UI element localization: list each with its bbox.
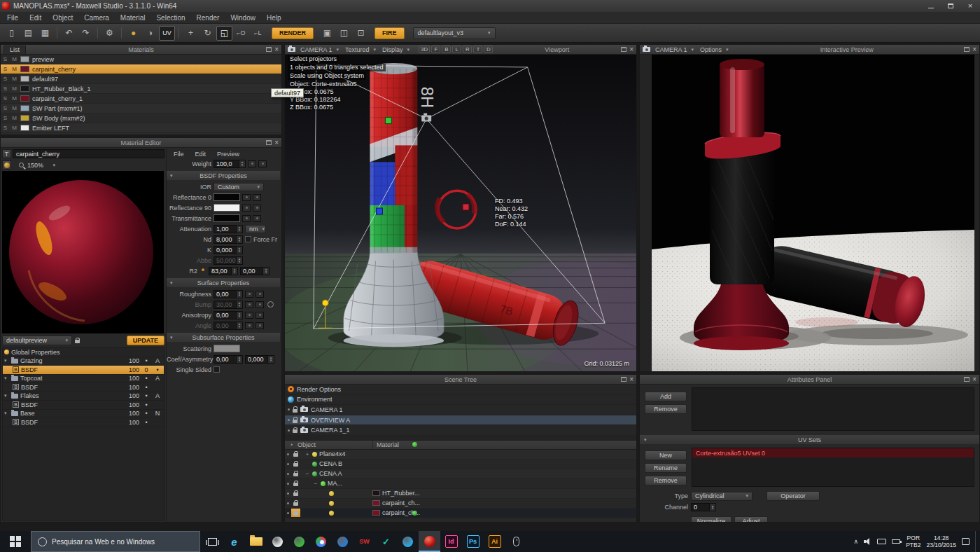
menu-help[interactable]: Help xyxy=(261,13,287,22)
layer-row[interactable]: BBSDF100• xyxy=(3,401,164,410)
material-item[interactable]: SMcarpaint_cherry_1 xyxy=(1,94,281,104)
single-sided-checkbox[interactable] xyxy=(214,366,220,373)
bsdf-section-header[interactable]: BSDF Properties xyxy=(167,171,280,180)
maximize-button[interactable] xyxy=(941,0,960,12)
tab-list[interactable]: List xyxy=(4,46,26,54)
surface-section-header[interactable]: Surface Properties xyxy=(167,278,280,287)
zoom-dropdown[interactable]: 150% xyxy=(27,162,55,169)
move-tool-icon[interactable]: + xyxy=(183,26,199,41)
layer-row[interactable]: ▾Grazing100•A xyxy=(3,357,164,366)
weight-input[interactable]: 100,0 xyxy=(214,160,239,167)
render-viewport-icon[interactable]: ⊡ xyxy=(353,26,369,41)
r2-link-icon[interactable]: * xyxy=(200,267,206,275)
skype-icon[interactable] xyxy=(397,531,419,552)
uv-editor-icon[interactable]: UV xyxy=(159,26,175,41)
scene-object-row[interactable]: −MA... xyxy=(285,479,636,489)
shading-mode-dropdown[interactable]: Textured xyxy=(344,46,377,53)
nd-stepper[interactable] xyxy=(236,236,242,243)
uv-sets-section-header[interactable]: UV Sets xyxy=(640,435,979,444)
blue-browser-icon[interactable] xyxy=(332,531,354,552)
taskbar-search[interactable]: Pesquisar na Web e no Windows xyxy=(31,531,200,552)
scene-object-row[interactable]: +Plane4x4 xyxy=(285,450,636,460)
attenuation-stepper[interactable] xyxy=(236,226,242,233)
normal-map-icon[interactable] xyxy=(267,301,274,308)
preview-options-dropdown[interactable]: Options xyxy=(699,46,730,53)
nd-input[interactable]: 8,000 xyxy=(214,236,236,243)
clock[interactable]: 14:28 23/10/2015 xyxy=(926,534,956,548)
mouse-settings-icon[interactable] xyxy=(505,531,527,552)
reflectance0-texture-icon[interactable] xyxy=(242,194,251,201)
view-button-3d[interactable]: 3D xyxy=(419,46,430,53)
pivot-local-icon[interactable]: ⌐L xyxy=(250,26,266,41)
material-column-header[interactable]: Material xyxy=(372,441,399,449)
asymmetry-stepper[interactable] xyxy=(267,356,274,363)
lock-icon[interactable] xyxy=(293,453,298,457)
r2-input2[interactable]: 0,00 xyxy=(241,268,262,275)
reflectance90-texture-icon[interactable] xyxy=(242,205,251,212)
roughness-input[interactable]: 0,00 xyxy=(214,291,236,298)
layer-row[interactable]: ▾Flakes100•A xyxy=(3,392,164,401)
expander-icon[interactable]: ▾ xyxy=(4,393,9,399)
expander-icon[interactable]: + xyxy=(304,451,310,457)
adjust-button[interactable]: Adjust xyxy=(734,516,768,523)
lock-icon[interactable] xyxy=(293,512,298,516)
collapse-all-icon[interactable]: ▪ xyxy=(289,441,295,448)
material-name-input[interactable]: carpaint_cherry xyxy=(13,149,164,158)
k-input[interactable]: 0,000 xyxy=(214,247,236,254)
open-scene-icon[interactable]: ▤ xyxy=(20,26,36,41)
scene-tree-item[interactable]: Environment xyxy=(285,395,636,406)
reflectance90-texture2-icon[interactable] xyxy=(253,205,261,212)
lock-icon[interactable] xyxy=(293,502,298,506)
coef-input[interactable]: 0,00 xyxy=(214,356,236,363)
k-stepper[interactable] xyxy=(236,247,242,254)
anisotropy-texture-icon[interactable] xyxy=(245,312,253,319)
angle-texture-icon[interactable] xyxy=(245,322,253,329)
illustrator-icon[interactable]: Ai xyxy=(484,531,505,552)
preview-ball-icon[interactable] xyxy=(2,160,11,170)
update-button[interactable]: UPDATE xyxy=(127,336,164,345)
language-indicator[interactable]: POR PTB2 xyxy=(906,534,920,548)
float-panel-icon[interactable] xyxy=(964,377,969,382)
hidden-icons-chevron[interactable]: ∧ xyxy=(854,538,859,545)
coef-stepper[interactable] xyxy=(236,356,242,363)
menu-file[interactable]: File xyxy=(1,13,24,22)
close-button[interactable] xyxy=(960,0,980,12)
new-scene-icon[interactable]: ▯ xyxy=(4,26,20,41)
lock-icon[interactable] xyxy=(293,473,298,476)
check-app-icon[interactable]: ✓ xyxy=(375,531,397,552)
float-panel-icon[interactable] xyxy=(621,377,626,382)
operator-button[interactable]: Operator xyxy=(766,491,820,501)
menu-material[interactable]: Material xyxy=(115,13,151,22)
lock-preview-icon[interactable] xyxy=(75,340,80,343)
menu-window[interactable]: Window xyxy=(225,13,261,22)
selection-handle-green[interactable] xyxy=(385,118,391,124)
material-item[interactable]: SMcarpaint_cherry xyxy=(1,64,281,74)
scene-tree-item[interactable]: OVERVIEW A xyxy=(285,415,636,426)
attenuation-input[interactable]: 1,00 xyxy=(214,226,236,233)
add-button[interactable]: Add xyxy=(645,392,687,401)
preferences-gear-icon[interactable]: ⚙ xyxy=(102,26,118,41)
anisotropy-texture2-icon[interactable] xyxy=(255,312,264,319)
close-panel-icon[interactable] xyxy=(274,46,279,53)
layer-row[interactable]: BBSDF100• xyxy=(3,418,164,427)
material-preview-sphere[interactable] xyxy=(2,171,164,333)
scene-tree-item[interactable]: CAMERA 1_1 xyxy=(285,425,636,436)
projection-type-dropdown[interactable]: Cylindrical xyxy=(691,492,752,501)
view-button-l[interactable]: L xyxy=(452,46,461,53)
scene-object-row[interactable]: −CENA A xyxy=(285,469,636,479)
scene-object-row[interactable]: carpaint_ch... xyxy=(285,499,636,509)
reflectance0-color-swatch[interactable] xyxy=(214,193,240,201)
task-view-icon[interactable] xyxy=(202,531,223,552)
scene-object-row[interactable]: carpaint_ch... xyxy=(285,509,636,518)
render-button[interactable]: RENDER xyxy=(272,27,314,39)
view-button-t[interactable]: T xyxy=(473,46,482,53)
interactive-preview-canvas[interactable] xyxy=(640,55,979,371)
r2-stepper2[interactable] xyxy=(262,268,269,275)
channel-stepper[interactable] xyxy=(709,504,715,511)
scene-tree-item[interactable]: CAMERA 1 xyxy=(285,405,636,415)
close-panel-icon[interactable] xyxy=(274,139,279,146)
transmittance-texture2-icon[interactable] xyxy=(253,215,261,222)
media-app-icon[interactable] xyxy=(267,531,288,552)
battery-icon[interactable] xyxy=(892,539,900,544)
expander-icon[interactable]: ▾ xyxy=(4,358,9,364)
